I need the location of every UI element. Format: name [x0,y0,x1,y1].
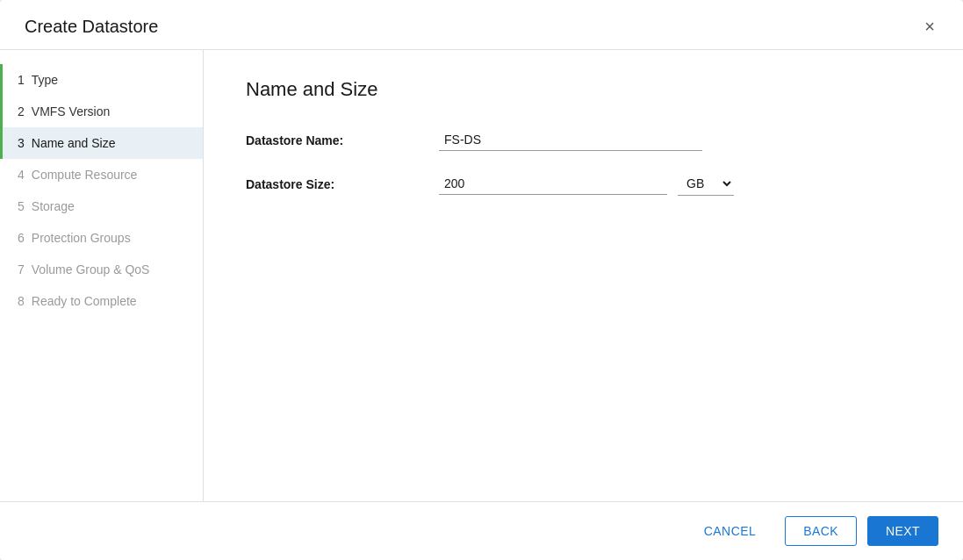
sidebar-item-label-name-size: Name and Size [32,136,116,150]
dialog-title: Create Datastore [25,17,158,37]
step-num-6: 6 [18,231,25,245]
sidebar-item-label-compute: Compute Resource [32,168,138,182]
sidebar-item-label-type: Type [32,73,58,87]
create-datastore-dialog: Create Datastore × 1 Type 2 VMFS Version… [0,0,963,560]
step-num-4: 4 [18,168,25,182]
cancel-button[interactable]: CANCEL [686,516,774,546]
step-num-8: 8 [18,294,25,308]
datastore-size-input[interactable] [439,173,667,195]
sidebar-item-label-volume: Volume Group & QoS [32,262,150,276]
datastore-size-row: Datastore Size: MB GB TB [246,172,921,196]
close-button[interactable]: × [921,16,938,37]
sidebar-item-compute-resource[interactable]: 4 Compute Resource [0,159,203,190]
back-button[interactable]: BACK [785,516,857,546]
sidebar-item-storage[interactable]: 5 Storage [0,190,203,222]
section-title: Name and Size [246,78,921,101]
step-num-1: 1 [18,73,25,87]
sidebar-item-label-ready: Ready to Complete [32,294,137,308]
main-content: Name and Size Datastore Name: Datastore … [204,50,963,501]
sidebar-item-type[interactable]: 1 Type [0,64,203,96]
sidebar-item-vmfs-version[interactable]: 2 VMFS Version [0,96,203,127]
sidebar-item-label-vmfs: VMFS Version [32,104,110,118]
datastore-size-label: Datastore Size: [246,177,439,191]
step-num-5: 5 [18,199,25,213]
step-num-2: 2 [18,104,25,118]
datastore-name-label: Datastore Name: [246,133,439,147]
sidebar-item-protection-groups[interactable]: 6 Protection Groups [0,222,203,254]
dialog-footer: CANCEL BACK NEXT [0,501,963,560]
sidebar-item-name-size[interactable]: 3 Name and Size [0,127,203,159]
dialog-body: 1 Type 2 VMFS Version 3 Name and Size 4 … [0,50,963,501]
sidebar-item-label-storage: Storage [32,199,75,213]
datastore-name-row: Datastore Name: [246,129,921,151]
step-num-3: 3 [18,136,25,150]
datastore-name-input[interactable] [439,129,702,151]
next-button[interactable]: NEXT [867,516,938,546]
sidebar-item-ready-to-complete[interactable]: 8 Ready to Complete [0,285,203,317]
size-row: MB GB TB [439,172,734,196]
sidebar-item-volume-group[interactable]: 7 Volume Group & QoS [0,254,203,285]
size-unit-select[interactable]: MB GB TB [678,172,734,196]
step-num-7: 7 [18,262,25,276]
sidebar-item-label-protection: Protection Groups [32,231,131,245]
sidebar: 1 Type 2 VMFS Version 3 Name and Size 4 … [0,50,204,501]
dialog-header: Create Datastore × [0,0,963,50]
